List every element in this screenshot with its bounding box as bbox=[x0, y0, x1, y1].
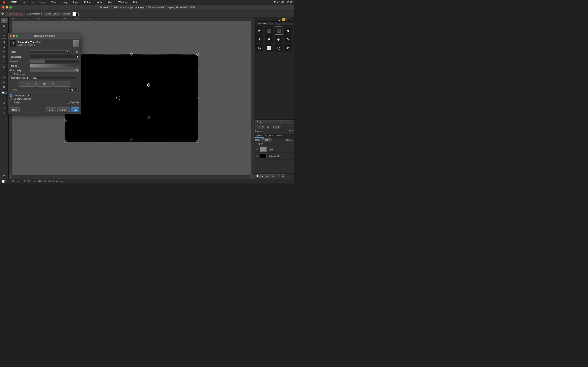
apple-menu[interactable]: 🍎 bbox=[2, 1, 6, 4]
transform-btn-duplicate[interactable]: ⊞ bbox=[36, 81, 53, 87]
new-layer-btn[interactable]: 📄 bbox=[255, 174, 260, 178]
fade-opacity-slider[interactable]: 1.000 bbox=[30, 68, 79, 72]
scroll-arrow[interactable]: ▶ bbox=[1, 173, 8, 178]
eraser-tool[interactable]: ◻ bbox=[1, 59, 8, 63]
brush-2[interactable]: ⬛ bbox=[265, 26, 273, 35]
presets-dropdown[interactable]: ▼ bbox=[30, 50, 69, 53]
menu-select[interactable]: Select bbox=[39, 1, 47, 4]
background-color[interactable] bbox=[76, 13, 79, 16]
close-button[interactable] bbox=[2, 6, 4, 8]
brush-preset-dropdown[interactable]: Basic, ▼ bbox=[255, 120, 293, 124]
brush-12[interactable]: ✿ bbox=[284, 44, 292, 52]
fg-color-small[interactable] bbox=[2, 92, 4, 94]
menu-tools[interactable]: Tools bbox=[95, 1, 103, 4]
move-tool[interactable]: ✛ bbox=[1, 18, 8, 23]
preset-settings-btn[interactable]: ⚙ bbox=[75, 50, 79, 54]
brush-settings-btn1[interactable]: ✏ bbox=[255, 125, 260, 129]
layer-eye-2[interactable]: 👁 bbox=[256, 154, 259, 158]
brush-9[interactable]: ⊙ bbox=[255, 44, 263, 52]
cancel-button[interactable]: Cancel bbox=[57, 108, 70, 112]
center-crosshair[interactable] bbox=[116, 96, 120, 100]
brush-4[interactable]: ● bbox=[284, 26, 292, 35]
paintbrush-tool[interactable]: 🖌 bbox=[1, 54, 8, 58]
bg-color-small[interactable] bbox=[4, 92, 7, 94]
status-redo-icon[interactable]: ↪ bbox=[17, 180, 19, 183]
minimize-button[interactable] bbox=[6, 6, 8, 8]
maximize-button[interactable] bbox=[9, 6, 12, 8]
transform-btn-add[interactable]: ＋ bbox=[19, 81, 35, 87]
mode-dropdown[interactable]: Normal ▼ bbox=[261, 138, 272, 142]
menu-help[interactable]: Help bbox=[132, 1, 139, 4]
lock-alpha-icon[interactable]: ⊡ bbox=[261, 143, 263, 145]
lower-layer-btn[interactable]: ▼ bbox=[265, 174, 270, 178]
first-iteration-slider[interactable]: 0 bbox=[30, 55, 79, 59]
brush-6[interactable]: ✸ bbox=[265, 35, 273, 43]
tool-dock-icon4[interactable]: ◻ bbox=[1, 110, 8, 115]
layer-item-background[interactable]: 👁 Background bbox=[254, 153, 294, 159]
tab-channels[interactable]: Channels bbox=[264, 134, 276, 138]
brush-8[interactable]: ❋ bbox=[284, 35, 292, 43]
tab-paths[interactable]: Paths bbox=[276, 134, 284, 138]
scrollbar-h[interactable] bbox=[12, 175, 251, 179]
brush-5[interactable]: ✦ bbox=[255, 35, 263, 43]
layer-link-1[interactable] bbox=[290, 148, 293, 151]
paths-tool[interactable]: ✏ bbox=[1, 49, 8, 54]
tool-dock-icon1[interactable]: ⟳ bbox=[1, 96, 8, 100]
brush-settings-btn4[interactable]: ⟳ bbox=[271, 125, 276, 129]
dialog-close-btn[interactable] bbox=[9, 35, 12, 37]
crop-tool[interactable]: ⌗ bbox=[1, 28, 8, 33]
scale-tool[interactable]: ⇱ bbox=[1, 65, 8, 70]
add-preset-btn[interactable]: + bbox=[70, 50, 74, 54]
brush-11[interactable]: ◌ bbox=[275, 44, 283, 52]
ok-button[interactable]: OK bbox=[71, 108, 79, 112]
brush-10[interactable]: ⬜ bbox=[265, 44, 273, 52]
help-button[interactable]: Help bbox=[9, 108, 20, 112]
menu-filters[interactable]: Filters bbox=[106, 1, 114, 4]
text-tool[interactable]: A bbox=[1, 75, 8, 80]
tool-dock-icon2[interactable]: ⊞ bbox=[1, 101, 8, 105]
tool-dock-icon3[interactable]: ✕ bbox=[1, 106, 8, 110]
fade-gradient[interactable] bbox=[30, 64, 74, 68]
zoom-tool[interactable]: 🔍 bbox=[1, 85, 8, 89]
lock-position-icon[interactable]: ✚ bbox=[259, 143, 260, 145]
anchor-layer-btn[interactable]: ⚓ bbox=[276, 174, 280, 178]
layer-eye-1[interactable]: 👁 bbox=[256, 148, 259, 151]
brush-settings-btn5[interactable]: ⬇ bbox=[277, 125, 281, 129]
iterations-slider[interactable]: 3 bbox=[30, 59, 79, 63]
menu-windows[interactable]: Windows bbox=[118, 1, 129, 4]
canvas-image[interactable] bbox=[65, 54, 198, 142]
paste-below-checkbox[interactable] bbox=[10, 73, 12, 75]
panel-menu-icon[interactable]: ⋮ bbox=[291, 18, 293, 21]
clone-tool[interactable]: ⊕ bbox=[1, 80, 8, 84]
delete-layer-btn[interactable]: 🗑 bbox=[281, 174, 285, 178]
sample-merged-option[interactable]: ✕ Sample merged bbox=[5, 12, 25, 16]
scrollbar-v[interactable] bbox=[251, 21, 254, 175]
transform-btn-remove[interactable]: － bbox=[53, 81, 70, 87]
fuzzy-select[interactable]: ⊿ bbox=[1, 44, 8, 49]
opacity-arrow-up[interactable]: ▲ bbox=[292, 139, 293, 141]
clipping-dropdown[interactable]: Adjust ▼ bbox=[68, 88, 79, 91]
reset-button[interactable]: Reset bbox=[45, 108, 56, 112]
lock-pixels-icon[interactable]: ✏ bbox=[256, 143, 258, 145]
menu-view[interactable]: View bbox=[51, 1, 57, 4]
raise-layer-btn[interactable]: ▲ bbox=[260, 174, 265, 178]
menu-colors[interactable]: Colors bbox=[83, 1, 92, 4]
brush-7[interactable]: ⊛ bbox=[275, 35, 283, 43]
menu-gimp[interactable]: GIMP bbox=[9, 1, 17, 4]
alignment-tool[interactable]: ⊞ bbox=[1, 23, 8, 28]
dialog-min-btn[interactable] bbox=[13, 35, 15, 37]
rotate-tool[interactable]: ⟳ bbox=[1, 33, 8, 38]
menu-image[interactable]: Image bbox=[61, 1, 69, 4]
fade-color-edit-btn[interactable]: ✏ bbox=[75, 64, 79, 68]
status-cancel-icon[interactable]: ✕ bbox=[12, 180, 14, 183]
layer-item-layer[interactable]: 👁 Layer bbox=[254, 146, 294, 153]
split-view-checkbox[interactable] bbox=[67, 101, 70, 104]
menu-file[interactable]: File bbox=[21, 1, 26, 4]
brush-3[interactable]: ⬛ bbox=[275, 26, 283, 35]
menu-edit[interactable]: Edit bbox=[30, 1, 35, 4]
sample-average-option[interactable]: Sample average bbox=[43, 12, 61, 16]
brush-settings-btn2[interactable]: ⊞ bbox=[260, 125, 265, 129]
dialog-max-btn[interactable] bbox=[16, 35, 18, 37]
free-select[interactable]: ⌀ bbox=[1, 39, 8, 44]
brush-1[interactable]: ★ bbox=[255, 26, 263, 35]
